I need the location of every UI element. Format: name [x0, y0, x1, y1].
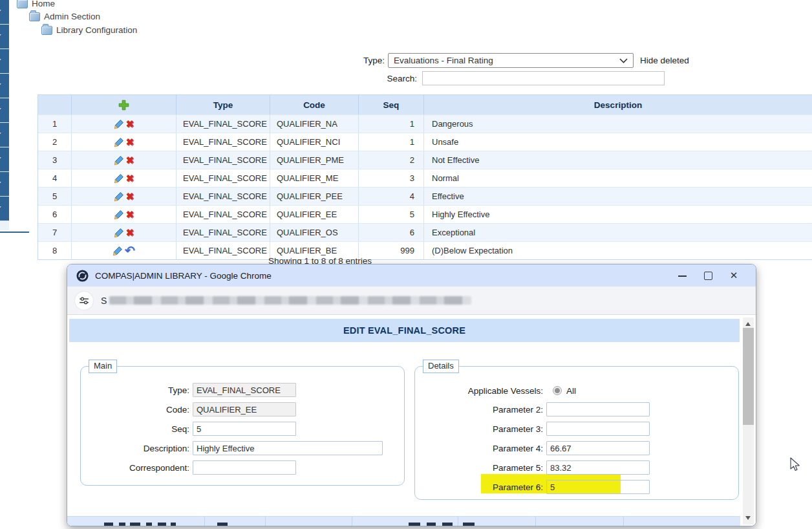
cell-code: QUALIFIER_EE	[270, 206, 359, 223]
seq-field[interactable]	[193, 422, 296, 436]
add-icon[interactable]	[118, 100, 129, 111]
seq-field-label: Seq:	[81, 424, 193, 434]
cell-code: QUALIFIER_ME	[270, 169, 359, 187]
param3-label: Parameter 3:	[415, 424, 546, 434]
type-filter-label: Type:	[336, 56, 385, 65]
search-input[interactable]	[422, 71, 665, 85]
param5-field[interactable]	[546, 460, 650, 475]
type-field-label: Type:	[81, 385, 193, 395]
cell-type: EVAL_FINAL_SCORE	[176, 188, 270, 205]
param5-label: Parameter 5:	[415, 463, 546, 473]
delete-icon[interactable]: ✖	[126, 210, 134, 219]
description-field[interactable]	[193, 441, 383, 455]
hide-deleted-toggle[interactable]: Hide deleted	[640, 56, 689, 65]
delete-icon[interactable]: ✖	[126, 191, 134, 201]
edit-icon[interactable]	[112, 246, 123, 256]
chevron-down-icon	[619, 58, 628, 63]
delete-icon[interactable]: ✖	[126, 155, 134, 165]
cell-seq: 5	[359, 206, 424, 223]
sidebar-item[interactable]: ✓	[0, 172, 9, 197]
row-number: 2	[38, 133, 72, 151]
cell-code: QUALIFIER_NCI	[270, 133, 359, 151]
cell-type: EVAL_FINAL_SCORE	[176, 151, 270, 169]
sidebar-item[interactable]: ✓	[0, 98, 9, 123]
folder-icon	[41, 26, 52, 35]
sidebar-item[interactable]: ✓	[0, 0, 9, 25]
cell-code: QUALIFIER_OS	[270, 224, 359, 241]
param3-field[interactable]	[546, 422, 650, 436]
row-number: 5	[38, 188, 72, 205]
details-legend: Details	[423, 360, 459, 373]
row-actions: ✖ ↶	[72, 206, 176, 223]
main-legend: Main	[89, 360, 117, 373]
vessels-field-label: Applicable Vessels:	[415, 386, 546, 396]
edit-icon[interactable]	[114, 191, 124, 202]
edit-icon[interactable]	[114, 155, 124, 166]
clipped-grid-header	[67, 516, 740, 526]
delete-icon[interactable]: ✖	[126, 228, 134, 237]
cell-description: Effective	[424, 188, 812, 205]
cell-description: Not Effective	[424, 151, 812, 169]
popup-title: COMPAS|ADMIN LIBRARY - Google Chrome	[95, 271, 669, 281]
cell-seq: 3	[359, 169, 424, 187]
tune-icon[interactable]	[75, 292, 93, 310]
vessels-all-radio[interactable]	[553, 386, 562, 395]
param4-field[interactable]	[546, 441, 650, 455]
sidebar-tail	[0, 221, 9, 230]
row-actions: ✖ ↶	[72, 115, 176, 133]
scrollbar-thumb[interactable]	[743, 328, 754, 425]
delete-icon[interactable]: ✖	[126, 119, 134, 129]
table-row: 3 ✖ ↶ EVAL_FINAL_SCORE QUALIFIER_PME 2 N…	[38, 151, 812, 169]
undo-icon[interactable]: ↶	[125, 244, 135, 257]
row-number: 6	[38, 206, 72, 223]
scroll-up-icon[interactable]	[745, 322, 751, 326]
sidebar-item[interactable]: ✓	[0, 25, 9, 49]
address-text: S	[101, 296, 107, 306]
delete-icon[interactable]: ✖	[126, 137, 134, 147]
param2-label: Parameter 2:	[415, 405, 546, 415]
row-actions: ✖ ↶	[72, 169, 176, 187]
popup-address-bar[interactable]: S	[67, 286, 756, 315]
cell-description: Unsafe	[424, 133, 812, 151]
delete-icon[interactable]: ✖	[126, 173, 134, 183]
sidebar-item[interactable]: ✓	[0, 147, 9, 172]
correspondent-field[interactable]	[193, 460, 296, 475]
code-field[interactable]	[193, 402, 296, 416]
tree-item-home[interactable]: Home	[17, 0, 55, 8]
edit-icon[interactable]	[114, 228, 124, 238]
tree-item-admin-section[interactable]: Admin Section	[29, 12, 100, 21]
param4-label: Parameter 4:	[415, 444, 546, 453]
param6-field[interactable]	[546, 480, 650, 494]
edit-icon[interactable]	[114, 173, 124, 184]
cell-code: QUALIFIER_PEE	[270, 188, 359, 205]
sidebar-item[interactable]: ✓	[0, 197, 9, 221]
edit-icon[interactable]	[114, 119, 124, 129]
cell-description: Normal	[424, 169, 812, 187]
edit-icon[interactable]	[114, 210, 124, 220]
sidebar-item[interactable]: ✓	[0, 123, 9, 147]
table-header-row: Type Code Seq Description	[38, 95, 812, 114]
dialog-scrollbar[interactable]	[743, 318, 754, 524]
header-num	[38, 95, 72, 114]
type-field[interactable]	[193, 383, 296, 397]
cell-seq: 1	[359, 133, 424, 151]
sidebar-item[interactable]: ✓	[0, 49, 9, 74]
row-number: 8	[38, 242, 72, 259]
tree-item-library-configuration[interactable]: Library Configuration	[41, 25, 137, 35]
minimize-button[interactable]	[669, 270, 695, 281]
scroll-down-icon[interactable]	[745, 516, 751, 520]
maximize-button[interactable]	[695, 270, 721, 281]
sidebar-item[interactable]: ✓	[0, 74, 9, 98]
edit-icon[interactable]	[114, 137, 124, 147]
param2-field[interactable]	[546, 402, 650, 416]
cell-type: EVAL_FINAL_SCORE	[176, 206, 270, 223]
row-actions: ✖ ↶	[72, 151, 176, 169]
type-filter-select[interactable]: Evaluations - Final Rating	[388, 53, 634, 68]
tree-item-label: Home	[32, 0, 55, 8]
table-row: 1 ✖ ↶ EVAL_FINAL_SCORE QUALIFIER_NA 1 Da…	[38, 114, 812, 133]
close-button[interactable]: ✕	[721, 270, 747, 281]
popup-titlebar: COMPAS|ADMIN LIBRARY - Google Chrome ✕	[67, 264, 756, 286]
table-row: 6 ✖ ↶ EVAL_FINAL_SCORE QUALIFIER_EE 5 Hi…	[38, 205, 812, 223]
table-row: 4 ✖ ↶ EVAL_FINAL_SCORE QUALIFIER_ME 3 No…	[38, 169, 812, 187]
row-number: 3	[38, 151, 72, 169]
